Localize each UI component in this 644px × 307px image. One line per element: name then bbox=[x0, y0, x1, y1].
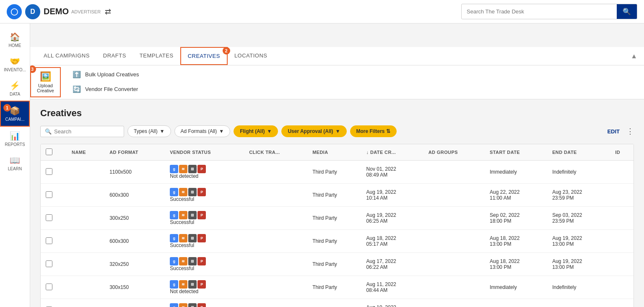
row-vendor-status: g ≋ ⊞ P Not detected bbox=[165, 299, 244, 307]
more-options-button[interactable]: ⋮ bbox=[626, 127, 634, 136]
row-media: Third Party bbox=[307, 184, 361, 207]
sidebar-item-reports[interactable]: 📊 REPORTS bbox=[0, 127, 30, 151]
row-date-cr: Aug 10, 202206:33 AM bbox=[361, 299, 423, 307]
edit-button[interactable]: EDIT bbox=[607, 128, 620, 135]
chevron-down-icon: ▼ bbox=[160, 128, 165, 134]
row-click-tra bbox=[244, 299, 307, 307]
row-date-cr: Aug 18, 202205:17 AM bbox=[361, 230, 423, 253]
row-date-cr: Aug 17, 202206:22 AM bbox=[361, 253, 423, 276]
row-media: Third Party bbox=[307, 299, 361, 307]
home-icon: 🏠 bbox=[10, 32, 20, 42]
row-date-cr: Aug 11, 202208:44 AM bbox=[361, 276, 423, 299]
row-id bbox=[610, 161, 634, 184]
vendor-icon-wifi: ≋ bbox=[179, 211, 187, 219]
logo-icon: ◯ bbox=[10, 8, 18, 16]
row-name bbox=[67, 230, 104, 253]
vendor-icon-wifi: ≋ bbox=[179, 188, 187, 196]
row-checkbox[interactable] bbox=[41, 184, 67, 207]
vendor-icon-win: ⊞ bbox=[188, 303, 197, 307]
learn-icon: 📖 bbox=[10, 155, 20, 165]
bulk-upload-item[interactable]: ⬆️ Bulk Upload Creatives bbox=[64, 67, 644, 82]
table-row[interactable]: 600x300 g ≋ ⊞ P Successful Third Party A… bbox=[41, 230, 634, 253]
switch-icon[interactable]: ⇄ bbox=[105, 7, 111, 16]
upload-creative-icon: 🖼️ bbox=[40, 71, 51, 82]
sidebar-label-reports: REPORTS bbox=[5, 142, 25, 147]
tab-all-campaigns[interactable]: ALL CAMPAIGNS bbox=[37, 47, 96, 65]
creatives-table: NAME AD FORMAT VENDOR STATUS CLICK TRA..… bbox=[40, 144, 634, 307]
sidebar-item-home[interactable]: 🏠 HOME bbox=[0, 28, 30, 52]
filter-more[interactable]: More Filters ⇅ bbox=[350, 125, 397, 137]
demo-avatar[interactable]: D bbox=[25, 4, 40, 19]
row-vendor-status: g ≋ ⊞ P Not detected bbox=[165, 276, 244, 299]
nav-expand-icon[interactable]: ▲ bbox=[631, 52, 637, 60]
row-start-date: Immediately bbox=[485, 161, 547, 184]
filter-ad-formats[interactable]: Ad Formats (All) ▼ bbox=[174, 125, 231, 137]
row-start-date: Immediately bbox=[485, 299, 547, 307]
row-name bbox=[67, 207, 104, 230]
vendor-icon-win: ⊞ bbox=[188, 234, 197, 242]
creatives-area: Creatives 🔍 Types (All) ▼ Ad Formats (Al… bbox=[30, 99, 644, 307]
search-wrap: 🔍 bbox=[40, 126, 124, 137]
sidebar-item-inventory[interactable]: 🤝 INVENTO... bbox=[0, 52, 30, 76]
row-end-date: Indefinitely bbox=[547, 299, 610, 307]
filter-user-approval[interactable]: User Approval (All) ▼ bbox=[281, 125, 346, 137]
table-row[interactable]: 300x400 g ≋ ⊞ P Not detected Third Party… bbox=[41, 299, 634, 307]
sidebar-label-inventory: INVENTO... bbox=[4, 68, 26, 72]
nav-tabs: ALL CAMPAIGNS DRAFTS TEMPLATES CREATIVES… bbox=[30, 47, 644, 65]
logo-button[interactable]: ◯ bbox=[7, 4, 22, 19]
row-start-date: Aug 18, 202213:00 PM bbox=[485, 253, 547, 276]
vendor-icon-g: g bbox=[170, 234, 178, 242]
tab-drafts[interactable]: DRAFTS bbox=[96, 47, 133, 65]
table-row[interactable]: 600x300 g ≋ ⊞ P Successful Third Party A… bbox=[41, 184, 634, 207]
row-ad-groups bbox=[423, 253, 485, 276]
sidebar-item-learn[interactable]: 📖 LEARN bbox=[0, 151, 30, 175]
row-ad-groups bbox=[423, 276, 485, 299]
row-name bbox=[67, 299, 104, 307]
row-click-tra bbox=[244, 230, 307, 253]
vendor-icon-p: P bbox=[197, 234, 206, 242]
vendor-icon-p: P bbox=[197, 188, 206, 196]
row-media: Third Party bbox=[307, 161, 361, 184]
row-date-cr: Nov 01, 202208:49 AM bbox=[361, 161, 423, 184]
select-all-checkbox[interactable] bbox=[46, 148, 52, 155]
avatar-letter: D bbox=[30, 8, 35, 16]
tab-creatives[interactable]: CREATIVES 2 bbox=[180, 47, 228, 65]
row-id bbox=[610, 207, 634, 230]
row-checkbox[interactable] bbox=[41, 253, 67, 276]
table-row[interactable]: 320x250 g ≋ ⊞ P Successful Third Party A… bbox=[41, 253, 634, 276]
table-row[interactable]: 300x150 g ≋ ⊞ P Not detected Third Party… bbox=[41, 276, 634, 299]
tab-templates[interactable]: TEMPLATES bbox=[133, 47, 180, 65]
sidebar-item-campaigns[interactable]: 1 📦 CAMPAI... bbox=[0, 101, 30, 127]
table-row[interactable]: 1100x500 g ≋ ⊞ P Not detected Third Part… bbox=[41, 161, 634, 184]
advertiser-label: ADVERTISER bbox=[71, 9, 101, 14]
filter-flight[interactable]: Flight (All) ▼ bbox=[234, 125, 278, 137]
tab-locations[interactable]: LOCATIONS bbox=[228, 47, 274, 65]
table-row[interactable]: 300x250 g ≋ ⊞ P Successful Third Party A… bbox=[41, 207, 634, 230]
vendor-icon-win: ⊞ bbox=[188, 211, 197, 219]
upload-creative-button[interactable]: 3 🖼️ UploadCreative bbox=[30, 67, 61, 97]
sidebar-item-data[interactable]: ⚡ DATA bbox=[0, 76, 30, 101]
global-search-input[interactable] bbox=[462, 5, 617, 18]
col-date-cr[interactable]: ↓ DATE CR... bbox=[361, 144, 423, 161]
sidebar-label-campaigns: CAMPAI... bbox=[5, 117, 25, 122]
row-vendor-status: g ≋ ⊞ P Successful bbox=[165, 253, 244, 276]
row-checkbox[interactable] bbox=[41, 161, 67, 184]
row-checkbox[interactable] bbox=[41, 207, 67, 230]
vendor-icon-wifi: ≋ bbox=[179, 257, 187, 265]
row-date-cr: Aug 19, 202206:25 AM bbox=[361, 207, 423, 230]
row-vendor-status: g ≋ ⊞ P Not detected bbox=[165, 161, 244, 184]
search-input[interactable] bbox=[54, 128, 119, 135]
global-search-button[interactable]: 🔍 bbox=[617, 4, 637, 19]
vendor-icon-p: P bbox=[197, 257, 206, 265]
row-checkbox[interactable] bbox=[41, 276, 67, 299]
row-ad-groups bbox=[423, 161, 485, 184]
reports-icon: 📊 bbox=[10, 131, 20, 141]
row-checkbox[interactable] bbox=[41, 299, 67, 307]
vendor-converter-item[interactable]: 🔄 Vendor File Converter bbox=[64, 82, 644, 96]
col-vendor-status: VENDOR STATUS bbox=[165, 144, 244, 161]
row-id bbox=[610, 299, 634, 307]
row-checkbox[interactable] bbox=[41, 230, 67, 253]
filter-types[interactable]: Types (All) ▼ bbox=[127, 125, 171, 137]
row-name bbox=[67, 184, 104, 207]
row-id bbox=[610, 184, 634, 207]
